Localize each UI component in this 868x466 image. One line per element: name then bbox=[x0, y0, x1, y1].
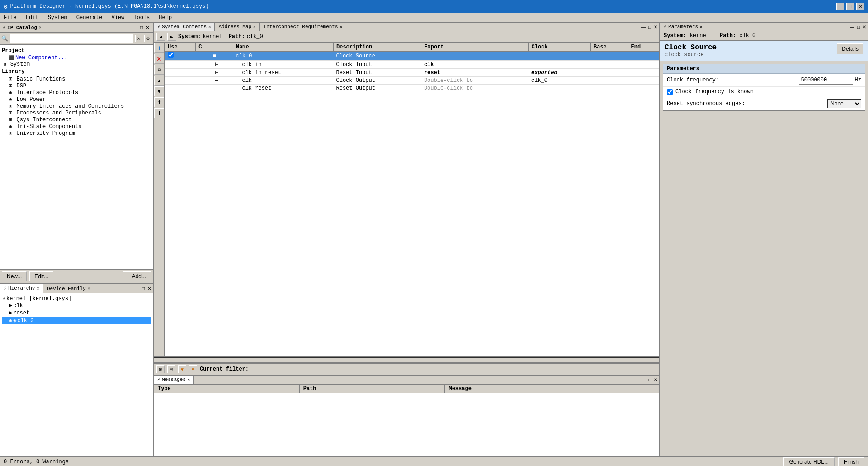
hierarchy-tab[interactable]: ⚡ Hierarchy ✕ bbox=[0, 284, 43, 293]
hier-clk0-label[interactable]: clk_0 bbox=[17, 318, 33, 324]
ip-catalog-minimize[interactable]: — bbox=[132, 24, 138, 30]
new-button[interactable]: New... bbox=[2, 271, 27, 281]
device-family-tab-close[interactable]: ✕ bbox=[88, 286, 90, 291]
msg-close-button[interactable]: ✕ bbox=[653, 377, 658, 383]
ip-catalog-maximize[interactable]: □ bbox=[139, 24, 144, 30]
menu-view[interactable]: View bbox=[109, 14, 126, 22]
address-map-close[interactable]: ✕ bbox=[253, 24, 255, 29]
device-family-tab[interactable]: Device Family ✕ bbox=[43, 284, 94, 293]
filter-remove-button[interactable]: ⊟ bbox=[167, 365, 175, 373]
table-row[interactable]: ⊢ clk_in_reset Reset Input reset exporte… bbox=[165, 69, 659, 77]
path-forward-button[interactable]: ► bbox=[167, 33, 176, 41]
bottom-maximize-button[interactable]: □ bbox=[141, 285, 146, 291]
device-family-tab-label[interactable]: Device Family bbox=[47, 286, 86, 291]
edit-button[interactable]: Edit... bbox=[29, 271, 53, 281]
system-item[interactable]: ⊞ System bbox=[2, 61, 151, 67]
table-row[interactable]: ■ clk_0 Clock Source bbox=[165, 52, 659, 61]
interconnect-tab-label[interactable]: Interconnect Requirements bbox=[264, 24, 338, 29]
lib-tri-state[interactable]: ⊞ Tri-State Components bbox=[2, 123, 151, 130]
table-row[interactable]: — clk Clock Output Double-click to clk_0 bbox=[165, 77, 659, 85]
finish-button[interactable]: Finish bbox=[838, 457, 864, 466]
generate-hdl-button[interactable]: Generate HDL... bbox=[783, 457, 835, 466]
move-down-button[interactable]: ▼ bbox=[154, 86, 164, 96]
msg-maximize-button[interactable]: □ bbox=[647, 377, 652, 383]
duplicate-button[interactable]: ⧉ bbox=[154, 65, 164, 75]
lib-processors[interactable]: ⊞ Processors and Peripherals bbox=[2, 109, 151, 116]
msg-minimize-button[interactable]: — bbox=[640, 377, 646, 383]
ip-catalog-restore[interactable]: ✕ bbox=[145, 24, 150, 30]
hierarchy-tab-close[interactable]: ✕ bbox=[37, 286, 39, 291]
hier-root-label[interactable]: kernel [kernel.qsys] bbox=[6, 295, 71, 302]
menu-file[interactable]: File bbox=[2, 14, 19, 22]
add-component-button[interactable]: + bbox=[154, 43, 164, 53]
close-button[interactable]: ✕ bbox=[856, 3, 864, 10]
hier-reset-label[interactable]: reset bbox=[13, 310, 29, 316]
address-map-tab[interactable]: Address Map ✕ bbox=[215, 23, 259, 31]
search-clear-button[interactable]: ✕ bbox=[135, 35, 142, 42]
qsys-label[interactable]: Qsys Interconnect bbox=[16, 117, 71, 123]
system-contents-tab-label[interactable]: System Contents bbox=[162, 24, 207, 29]
search-settings-button[interactable]: ⚙ bbox=[144, 35, 151, 42]
dsp-label[interactable]: DSP bbox=[16, 83, 26, 89]
clk0-use-cell[interactable] bbox=[165, 52, 196, 61]
h-scrollbar[interactable] bbox=[154, 357, 659, 363]
lib-qsys-interconnect[interactable]: ⊞ Qsys Interconnect bbox=[2, 116, 151, 123]
system-contents-tab[interactable]: ⚡ System Contents ✕ bbox=[154, 23, 215, 31]
details-button[interactable]: Details bbox=[837, 43, 863, 54]
parameters-tab[interactable]: ⚡ Parameters ✕ bbox=[660, 23, 706, 31]
bottom-minimize-button[interactable]: — bbox=[134, 285, 140, 291]
params-tab-label[interactable]: Parameters bbox=[668, 24, 698, 29]
hierarchy-tab-label[interactable]: Hierarchy bbox=[8, 285, 35, 291]
title-bar-right[interactable]: — □ ✕ bbox=[836, 3, 864, 10]
minimize-button[interactable]: — bbox=[836, 3, 844, 10]
hier-clk0[interactable]: ⊞ ◈ clk_0 bbox=[2, 317, 151, 324]
university-label[interactable]: University Program bbox=[16, 130, 75, 137]
system-label[interactable]: System bbox=[10, 61, 30, 67]
system-contents-close[interactable]: ✕ bbox=[208, 24, 211, 29]
params-close-button[interactable]: ✕ bbox=[862, 24, 867, 30]
basic-functions-label[interactable]: Basic Functions bbox=[16, 76, 65, 82]
ip-catalog-close[interactable]: ✕ bbox=[39, 25, 41, 30]
interconnect-close[interactable]: ✕ bbox=[340, 24, 342, 29]
center-maximize-button[interactable]: □ bbox=[647, 24, 652, 30]
move-up-button[interactable]: ▲ bbox=[154, 76, 164, 86]
hier-root[interactable]: ⚡ kernel [kernel.qsys] bbox=[2, 295, 151, 302]
params-tab-close[interactable]: ✕ bbox=[700, 24, 702, 29]
ip-search-input[interactable] bbox=[10, 34, 133, 43]
memory-label[interactable]: Memory Interfaces and Controllers bbox=[16, 103, 124, 109]
messages-tab-close[interactable]: ✕ bbox=[188, 377, 190, 382]
clock-known-checkbox[interactable] bbox=[667, 89, 673, 95]
clk0-checkbox[interactable] bbox=[168, 52, 174, 58]
add-button[interactable]: + Add... bbox=[123, 271, 151, 281]
ip-catalog-tab-label[interactable]: IP Catalog bbox=[7, 25, 37, 30]
maximize-button[interactable]: □ bbox=[846, 3, 854, 10]
interconnect-tab[interactable]: Interconnect Requirements ✕ bbox=[260, 23, 346, 31]
messages-tab[interactable]: ⚡ Messages ✕ bbox=[154, 376, 194, 384]
hier-clk-label[interactable]: clk bbox=[13, 303, 23, 309]
menu-generate[interactable]: Generate bbox=[75, 14, 104, 22]
clock-freq-input[interactable]: 50000000 bbox=[799, 76, 853, 85]
new-component-label[interactable]: New Component... bbox=[15, 55, 67, 61]
menu-help[interactable]: Help bbox=[157, 14, 174, 22]
move-top-button[interactable]: ⬆ bbox=[154, 97, 164, 107]
params-minimize-button[interactable]: — bbox=[849, 24, 855, 30]
clk0-expand-cell[interactable]: ■ bbox=[196, 52, 233, 61]
lib-memory[interactable]: ⊞ Memory Interfaces and Controllers bbox=[2, 103, 151, 109]
table-row[interactable]: — clk_reset Reset Output Double-click to bbox=[165, 85, 659, 92]
interface-label[interactable]: Interface Protocols bbox=[16, 90, 78, 96]
lib-dsp[interactable]: ⊞ DSP bbox=[2, 82, 151, 89]
remove-component-button[interactable]: ✕ bbox=[154, 54, 164, 64]
hier-clk[interactable]: ► clk bbox=[2, 302, 151, 309]
messages-tab-label[interactable]: Messages bbox=[162, 377, 186, 382]
lib-university[interactable]: ⊞ University Program bbox=[2, 130, 151, 137]
reset-sync-select[interactable]: None Deassert Both bbox=[827, 99, 861, 108]
lib-basic-functions[interactable]: ⊞ Basic Functions bbox=[2, 76, 151, 82]
filter-up-button[interactable]: ▼ bbox=[189, 365, 197, 373]
tri-state-label[interactable]: Tri-State Components bbox=[16, 124, 81, 130]
processors-label[interactable]: Processors and Peripherals bbox=[16, 110, 101, 116]
menu-tools[interactable]: Tools bbox=[132, 14, 151, 22]
menu-system[interactable]: System bbox=[46, 14, 69, 22]
hier-reset[interactable]: ► reset bbox=[2, 309, 151, 317]
low-power-label[interactable]: Low Power bbox=[16, 96, 46, 103]
bottom-close-button[interactable]: ✕ bbox=[146, 285, 152, 291]
